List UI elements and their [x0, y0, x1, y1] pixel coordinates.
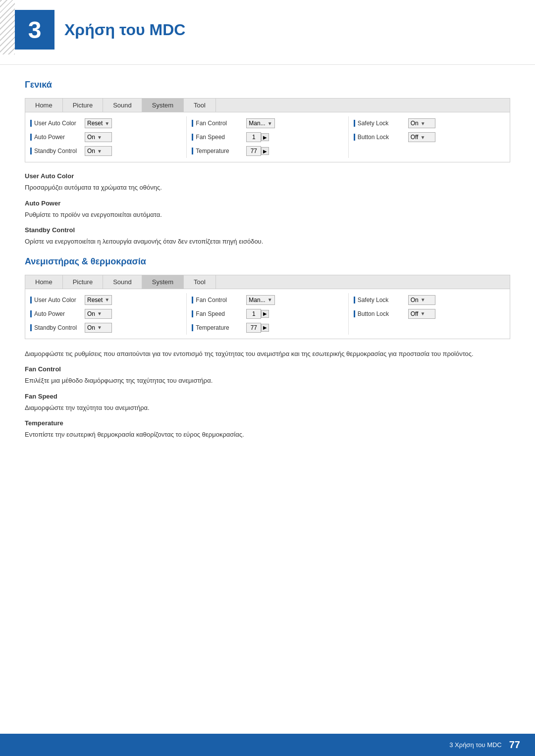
fan-speed-arrow-btn-2[interactable]: ▶	[261, 310, 269, 318]
control2-fan-control: Man... ▼	[246, 295, 274, 305]
tab-home-2[interactable]: Home	[25, 275, 63, 289]
panel-genika: Home Picture Sound System Tool User Auto…	[25, 98, 510, 162]
subsection-fan-speed-desc: Διαμορφώστε την ταχύτητα του ανεμιστήρα.	[25, 403, 510, 413]
bar-icon	[30, 120, 32, 127]
panel2-col-3: Safety Lock On ▼ Button Lock	[349, 293, 510, 335]
subsection-user-auto-color-desc: Προσαρμόζει αυτόματα τα χρώματα της οθόν…	[25, 183, 510, 193]
panel-row-fan-control-1: Fan Control Man... ▼	[192, 116, 343, 130]
panel-anemistiras-tabs: Home Picture Sound System Tool	[25, 275, 510, 289]
bar-icon	[192, 324, 193, 331]
control2-temperature: 77 ▶	[246, 323, 269, 333]
panel-col-1: User Auto Color Reset ▼ Auto Power	[25, 116, 187, 158]
tab-picture-1[interactable]: Picture	[63, 99, 103, 112]
dropdown-reset-1[interactable]: Reset ▼	[85, 118, 112, 128]
control2-button-lock: Off ▼	[408, 309, 435, 319]
panel2-row-fan-speed: Fan Speed 1 ▶	[192, 307, 343, 321]
dropdown-arrow: ▼	[421, 297, 426, 302]
temperature-arrow-btn-1[interactable]: ▶	[261, 147, 269, 155]
control-standby-1: On ▼	[85, 146, 112, 156]
bar-icon	[30, 148, 32, 154]
dropdown-arrow: ▼	[268, 297, 272, 302]
panel2-row-standby: Standby Control On ▼	[30, 321, 181, 335]
panel2-col-2: Fan Control Man... ▼ Fan Speed	[187, 293, 348, 335]
panel-row-safety-lock-1: Safety Lock On ▼	[354, 116, 505, 130]
dropdown2-button-lock[interactable]: Off ▼	[408, 309, 435, 319]
label-button-lock-1: Button Lock	[358, 134, 389, 141]
bar-icon	[30, 134, 32, 141]
bar-icon	[192, 120, 193, 127]
dropdown-arrow: ▼	[268, 121, 272, 126]
panel-row-standby-1: Standby Control On ▼	[30, 144, 181, 158]
panel-col-2: Fan Control Man... ▼ Fan Speed	[187, 116, 348, 158]
subsection-auto-power-desc: Ρυθμίστε το προϊόν να ενεργοποιείται αυτ…	[25, 210, 510, 220]
tab-system-1[interactable]: System	[142, 99, 184, 112]
subsection-temperature-title: Temperature	[25, 419, 510, 427]
panel-row-button-lock-1: Button Lock Off ▼	[354, 130, 505, 144]
subsection-temperature-desc: Εντοπίστε την εσωτερική θερμοκρασία καθο…	[25, 430, 510, 440]
value2-temperature: 77	[246, 323, 261, 333]
dropdown-arrow: ▼	[97, 149, 102, 154]
dropdown2-safety-lock[interactable]: On ▼	[408, 295, 435, 305]
dropdown-fan-control-1[interactable]: Man... ▼	[246, 118, 274, 128]
bar-icon	[30, 324, 32, 331]
control-auto-power-1: On ▼	[85, 132, 112, 142]
bar-icon	[354, 120, 355, 127]
tab-system-2[interactable]: System	[142, 275, 184, 289]
panel-genika-tabs: Home Picture Sound System Tool	[25, 99, 510, 112]
tab-tool-2[interactable]: Tool	[184, 275, 216, 289]
dropdown2-fan-control[interactable]: Man... ▼	[246, 295, 274, 305]
tab-sound-2[interactable]: Sound	[103, 275, 142, 289]
tab-picture-2[interactable]: Picture	[63, 275, 103, 289]
panel-anemistiras-body: User Auto Color Reset ▼ Auto Power	[25, 289, 510, 339]
dropdown-arrow: ▼	[420, 135, 425, 140]
footer-page-number: 77	[509, 739, 520, 751]
dropdown-safety-lock-1[interactable]: On ▼	[408, 118, 435, 128]
tab-sound-1[interactable]: Sound	[103, 99, 142, 112]
dropdown-auto-power-1[interactable]: On ▼	[85, 132, 112, 142]
dropdown2-reset[interactable]: Reset ▼	[85, 295, 112, 305]
control-temperature-1: 77 ▶	[246, 146, 269, 156]
bar-icon	[192, 148, 193, 154]
panel-row-temperature-1: Temperature 77 ▶	[192, 144, 343, 158]
dropdown2-standby[interactable]: On ▼	[85, 323, 112, 333]
dropdown-button-lock-1[interactable]: Off ▼	[408, 132, 435, 142]
dropdown-arrow: ▼	[421, 121, 426, 126]
dropdown-standby-1[interactable]: On ▼	[85, 146, 112, 156]
page-header: 3 Χρήση του MDC	[0, 0, 535, 65]
subsection-fan-speed-title: Fan Speed	[25, 393, 510, 400]
panel2-col-1: User Auto Color Reset ▼ Auto Power	[25, 293, 187, 335]
label-fan-control-1: Fan Control	[196, 120, 227, 127]
dropdown2-auto-power[interactable]: On ▼	[85, 309, 112, 319]
control-reset-1: Reset ▼	[85, 118, 112, 128]
control2-auto-power: On ▼	[85, 309, 112, 319]
panel-genika-body: User Auto Color Reset ▼ Auto Power	[25, 112, 510, 162]
label2-standby: Standby Control	[34, 324, 77, 331]
tab-home-1[interactable]: Home	[25, 99, 63, 112]
panel-row-auto-power-1: Auto Power On ▼	[30, 130, 181, 144]
label2-fan-speed: Fan Speed	[196, 310, 225, 317]
page-footer: 3 Χρήση του MDC 77	[0, 734, 535, 756]
tab-tool-1[interactable]: Tool	[184, 99, 216, 112]
section-anemistiras-intro: Διαμορφώστε τις ρυθμίσεις που απαιτούντα…	[25, 349, 510, 359]
panel2-row-fan-control: Fan Control Man... ▼	[192, 293, 343, 307]
panel-row-fan-speed-1: Fan Speed 1 ▶	[192, 130, 343, 144]
label-temperature-1: Temperature	[196, 148, 229, 154]
label-standby-1: Standby Control	[34, 148, 77, 154]
panel2-row-temperature: Temperature 77 ▶	[192, 321, 343, 335]
section-anemistiras: Ανεμιστήρας & θερμοκρασία Home Picture S…	[25, 256, 510, 440]
control-safety-lock-1: On ▼	[408, 118, 435, 128]
temperature-arrow-btn-2[interactable]: ▶	[261, 324, 269, 332]
section-anemistiras-heading: Ανεμιστήρας & θερμοκρασία	[25, 256, 510, 267]
label-auto-power-1: Auto Power	[34, 134, 65, 141]
control-fan-speed-1: 1 ▶	[246, 132, 269, 142]
value-fan-speed-1: 1	[246, 132, 261, 142]
main-content: Γενικά Home Picture Sound System Tool Us…	[0, 80, 535, 440]
dropdown-arrow: ▼	[97, 135, 102, 140]
subsection-fan-control-desc: Επιλέξτε μια μέθοδο διαμόρφωσης της ταχύ…	[25, 376, 510, 386]
section-genika-heading: Γενικά	[25, 80, 510, 90]
bar-icon	[192, 134, 193, 141]
panel2-row-user-auto-color: User Auto Color Reset ▼	[30, 293, 181, 307]
dropdown-arrow: ▼	[97, 325, 102, 330]
fan-speed-arrow-btn-1[interactable]: ▶	[261, 133, 269, 141]
label2-fan-control: Fan Control	[196, 297, 227, 303]
